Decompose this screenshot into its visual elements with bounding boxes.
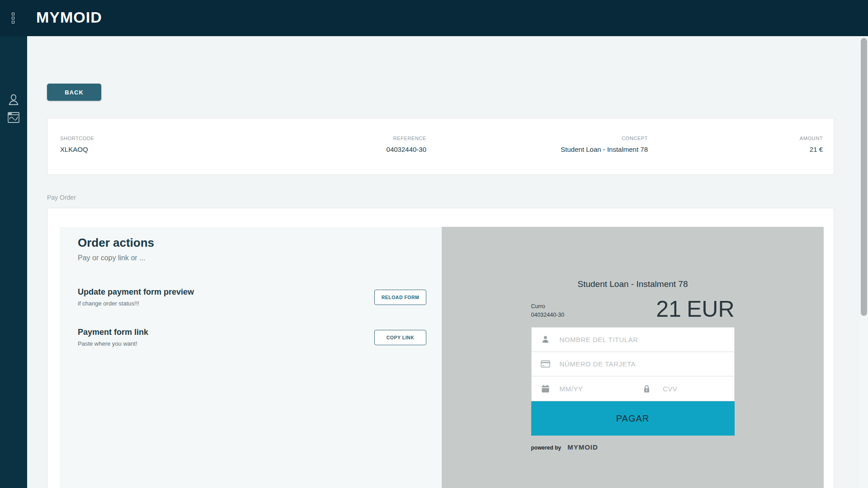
summary-amount: AMOUNT 21 € — [800, 136, 823, 153]
shortcode-label: SHORTCODE — [60, 136, 94, 141]
payment-card-form — [531, 327, 735, 401]
preview-amount: 21EUR — [656, 297, 734, 321]
preview-concept-title: Student Loan - Instalment 78 — [442, 227, 824, 289]
person-icon — [532, 335, 560, 344]
sidebar-item-user[interactable] — [0, 94, 27, 106]
page-scrollbar[interactable] — [860, 36, 868, 488]
back-button[interactable]: BACK — [47, 84, 101, 101]
payment-form-icon — [8, 112, 19, 123]
copy-link-text: Payment form link Paste where you want! — [78, 328, 148, 347]
summary-shortcode: SHORTCODE XLKAOQ — [60, 136, 94, 153]
menu-icon[interactable] — [10, 13, 16, 23]
concept-label: CONCEPT — [561, 136, 648, 141]
summary-reference: REFERENCE 04032440-30 — [387, 136, 426, 153]
expiry-cvv-row — [532, 376, 734, 401]
powered-by-label: powered by — [531, 445, 561, 451]
summary-concept: CONCEPT Student Loan - Instalment 78 — [561, 136, 648, 153]
pagar-button[interactable]: PAGAR — [531, 401, 735, 436]
preview-amount-row: Curro 04032440-30 21EUR — [531, 297, 735, 321]
concept-value: Student Loan - Instalment 78 — [561, 145, 648, 153]
top-bar: MYMOID — [0, 0, 868, 36]
payer-name: Curro — [531, 303, 545, 310]
reference-label: REFERENCE — [387, 136, 426, 141]
copy-link-button[interactable]: COPY LINK — [374, 330, 426, 345]
amount-number: 21 — [656, 296, 681, 322]
cardholder-row — [532, 328, 734, 352]
reload-form-row: Update payment form preview if change or… — [78, 287, 426, 307]
sidebar-item-payment-forms[interactable] — [0, 112, 27, 123]
cvv-field — [643, 385, 734, 393]
reload-form-subtitle: if change order status!!! — [78, 300, 194, 307]
cardholder-input[interactable] — [560, 336, 734, 343]
order-summary-card: SHORTCODE XLKAOQ REFERENCE 04032440-30 C… — [47, 118, 834, 175]
shortcode-value: XLKAOQ — [60, 145, 94, 153]
expiry-field — [532, 385, 643, 393]
card-number-input[interactable] — [560, 360, 734, 368]
user-icon — [8, 94, 19, 106]
order-actions-title: Order actions — [78, 236, 426, 250]
payment-form-preview: Student Loan - Instalment 78 Curro 04032… — [442, 227, 824, 488]
copy-link-row: Payment form link Paste where you want! … — [78, 328, 426, 347]
payer-reference: 04032440-30 — [531, 312, 565, 318]
sidebar — [0, 36, 27, 488]
scrollbar-thumb[interactable] — [861, 38, 867, 316]
pay-order-panel: Order actions Pay or copy link or ... Up… — [47, 208, 834, 488]
brand-logo: MYMOID — [36, 9, 102, 26]
calendar-icon — [532, 385, 560, 393]
amount-currency: EUR — [687, 296, 735, 322]
powered-by-brand-logo: MYMOID — [567, 443, 598, 451]
reference-value: 04032440-30 — [387, 145, 426, 153]
amount-label: AMOUNT — [800, 136, 823, 141]
reload-form-text: Update payment form preview if change or… — [78, 287, 194, 307]
reload-form-button[interactable]: RELOAD FORM — [374, 290, 426, 305]
copy-link-subtitle: Paste where you want! — [78, 340, 148, 347]
pay-order-section-label: Pay Order — [47, 194, 76, 201]
payer-block: Curro 04032440-30 — [531, 303, 565, 321]
copy-link-title: Payment form link — [78, 328, 148, 337]
main-content: BACK SHORTCODE XLKAOQ REFERENCE 04032440… — [27, 36, 860, 488]
credit-card-icon — [532, 360, 560, 368]
lock-icon — [643, 385, 663, 393]
expiry-input[interactable] — [560, 385, 650, 393]
reload-form-title: Update payment form preview — [78, 287, 194, 297]
amount-value: 21 € — [800, 145, 823, 153]
cvv-input[interactable] — [663, 385, 753, 393]
order-actions-panel: Order actions Pay or copy link or ... Up… — [60, 227, 442, 488]
card-number-row — [532, 352, 734, 376]
powered-by-row: powered by MYMOID — [531, 443, 735, 451]
order-actions-subtitle: Pay or copy link or ... — [78, 254, 426, 262]
